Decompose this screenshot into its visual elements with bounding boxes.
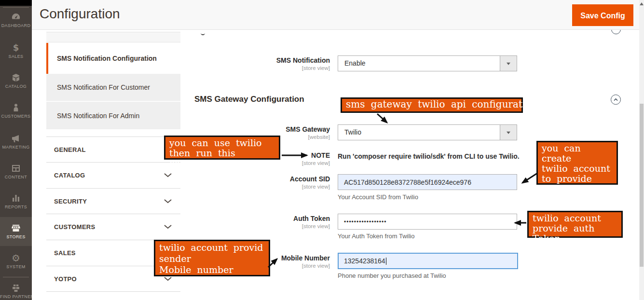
- mobile-number-input[interactable]: 13254238164: [338, 253, 518, 269]
- subnav-group-label: GENERAL: [54, 146, 86, 153]
- svg-text:⚙: ⚙: [12, 253, 20, 263]
- marketing-icon: [0, 133, 32, 144]
- sidebar-divider: [3, 7, 29, 8]
- page-header: Configuration Save Config: [32, 0, 639, 30]
- sidebar-item-dashboard[interactable]: DASHBOARD: [0, 12, 32, 28]
- scrollbar-track[interactable]: [639, 0, 644, 300]
- sidebar-item-reports[interactable]: REPORTS: [0, 193, 32, 209]
- subnav-group-label: YOTPO: [54, 275, 77, 283]
- annotation-mobile: twilio account provid sender Mobile numb…: [154, 240, 270, 276]
- input-value: 13254238164: [344, 257, 385, 265]
- sidebar-item-stores[interactable]: STORES: [0, 217, 32, 246]
- subnav-item-label: SMS Notification For Admin: [57, 112, 139, 120]
- note-text: Run 'composer require twilio/sdk' from C…: [338, 152, 520, 160]
- subnav-divider: [46, 291, 180, 292]
- dashboard-icon: [0, 12, 32, 22]
- save-config-button[interactable]: Save Config: [572, 4, 633, 26]
- page-title: Configuration: [40, 6, 120, 22]
- subnav-group-catalog[interactable]: CATALOG: [46, 162, 180, 188]
- stores-icon: [0, 223, 32, 233]
- subnav-group-customers[interactable]: CUSTOMERS: [46, 214, 180, 239]
- sidebar-item-label: REPORTS: [0, 205, 32, 209]
- annotation-gateway: sms gateway twilio api configuration: [341, 97, 523, 113]
- field-scope: [store view]: [193, 223, 330, 229]
- subnav-group-security[interactable]: SECURITY: [46, 188, 180, 214]
- collapse-section-button[interactable]: [611, 95, 621, 105]
- field-scope: [store view]: [193, 65, 330, 71]
- sidebar-item-find-partners[interactable]: FIND PARTNERS: [0, 283, 32, 299]
- sidebar-item-catalog[interactable]: CATALOG: [0, 72, 32, 89]
- catalog-icon: [0, 72, 32, 83]
- sidebar-item-label: SYSTEM: [0, 264, 32, 269]
- section-title: SMS Gateway Configuration: [194, 95, 304, 104]
- sidebar-item-marketing[interactable]: MARKETING: [0, 133, 32, 150]
- field-label: Auth Token: [193, 215, 330, 222]
- dropdown-arrow-icon[interactable]: [500, 125, 517, 140]
- account-sid-input[interactable]: [338, 174, 517, 190]
- subnav-item-label: SMS Notification For Customer: [57, 83, 150, 91]
- subnav-group-label: SECURITY: [54, 198, 87, 205]
- chevron-down-icon: [164, 276, 172, 281]
- sidebar-item-sales[interactable]: $ SALES: [0, 42, 32, 59]
- sidebar-divider: [3, 277, 29, 277]
- sidebar-item-label: CONTENT: [0, 175, 32, 179]
- annotation-note: you can use twilio then run this command: [164, 136, 280, 160]
- sidebar-item-customers[interactable]: CUSTOMERS: [0, 102, 32, 119]
- auth-token-input[interactable]: [338, 214, 517, 230]
- mobile-number-helper: Phone number you purchased at Twilio: [338, 272, 446, 279]
- subnav-group-label: CUSTOMERS: [54, 223, 96, 231]
- subnav-group-general[interactable]: GENERAL: [46, 136, 180, 162]
- reports-icon: [0, 193, 32, 204]
- arrow-account-sid: [522, 173, 537, 183]
- chevron-down-icon: [164, 199, 172, 204]
- sidebar-item-label: CATALOG: [0, 84, 32, 89]
- scrollbar-up-arrow[interactable]: [640, 0, 644, 5]
- subnav-item-label: SMS Notification Configuration: [57, 55, 157, 62]
- auth-token-label-block: Auth Token [store view]: [193, 215, 330, 229]
- sidebar-item-system[interactable]: ⚙ SYSTEM: [0, 253, 32, 269]
- sms-notification-label-block: SMS Notification [store view]: [193, 56, 330, 71]
- selected-value: Enable: [344, 59, 366, 67]
- dropdown-arrow-icon[interactable]: [500, 56, 517, 71]
- sidebar-item-label: MARKETING: [0, 145, 32, 150]
- annotation-auth-token: twilio account provide auth Token: [527, 211, 623, 238]
- field-scope: [store view]: [193, 184, 330, 190]
- subnav-group-label: CATALOG: [54, 172, 85, 179]
- subnav-item-sms-notification-for-customer[interactable]: SMS Notification For Customer: [46, 74, 180, 101]
- sales-icon: $: [0, 42, 32, 53]
- content-icon: [0, 163, 32, 174]
- logo-strip: [0, 0, 32, 6]
- sidebar-item-content[interactable]: CONTENT: [0, 163, 32, 179]
- clipped-collapse-icon: [611, 30, 622, 35]
- account-sid-label-block: Account SID [store view]: [193, 175, 330, 190]
- field-label: Account SID: [193, 175, 330, 183]
- arrow-gateway: [377, 114, 387, 123]
- admin-sidebar: DASHBOARD $ SALES CATALOG CUSTOMERS MARK…: [0, 0, 32, 300]
- partners-icon: [0, 283, 32, 293]
- customers-icon: [0, 102, 32, 113]
- field-label: SMS Notification: [193, 56, 330, 64]
- system-gear-icon: ⚙: [0, 253, 32, 263]
- svg-text:$: $: [13, 42, 19, 53]
- sms-notification-select[interactable]: Enable: [338, 55, 517, 71]
- subnav-item-sms-notification-for-admin[interactable]: SMS Notification For Admin: [46, 102, 180, 129]
- account-sid-helper: Your Account SID from Twilio: [338, 193, 418, 201]
- field-label: SMS Gateway: [193, 125, 330, 133]
- text-caret: [386, 258, 386, 265]
- auth-token-helper: Your Auth Token from Twilio: [338, 232, 414, 240]
- scrollbar-thumb[interactable]: [640, 104, 644, 267]
- sms-gateway-select[interactable]: Twilio: [338, 124, 517, 140]
- subnav-item-sms-notification-configuration[interactable]: SMS Notification Configuration: [46, 43, 180, 74]
- selected-value: Twilio: [344, 128, 361, 136]
- sidebar-item-label: FIND PARTNERS: [0, 294, 32, 299]
- chevron-down-icon: [164, 224, 172, 229]
- magento-admin-configuration-page: Configuration Save Config DASHBOARD $ SA…: [0, 0, 644, 300]
- chevron-down-icon: [164, 173, 172, 177]
- clipped-heading-remnant: [201, 31, 205, 35]
- subnav-partial-item: [46, 32, 180, 42]
- annotation-account-sid: you can create twilio account to provide…: [536, 141, 618, 185]
- subnav-group-label: SALES: [54, 249, 76, 257]
- sidebar-item-label: SALES: [0, 54, 32, 59]
- sidebar-item-label: CUSTOMERS: [0, 114, 32, 119]
- sidebar-item-label: DASHBOARD: [0, 23, 32, 28]
